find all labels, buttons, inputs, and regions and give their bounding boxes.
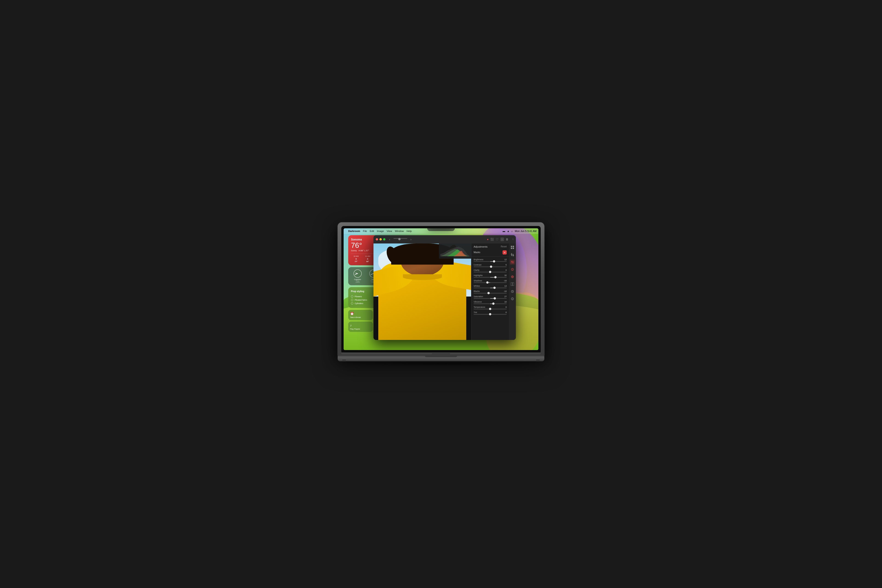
grid-icon bbox=[511, 246, 514, 249]
share-red-icon[interactable]: ⬛ bbox=[490, 238, 494, 241]
tint-label: Tint bbox=[474, 311, 477, 314]
menubar-file[interactable]: File bbox=[363, 230, 367, 232]
reminder-circle-icon bbox=[351, 299, 353, 301]
menubar-left: Darkroom File Edit Image View Window Hel… bbox=[345, 230, 412, 232]
macbook-lid: Darkroom File Edit Image View Window Hel… bbox=[338, 222, 544, 356]
shortcut-playlist-label: Play Playlist bbox=[350, 328, 371, 330]
blacks-slider[interactable] bbox=[474, 293, 507, 294]
macbook-feet bbox=[342, 360, 540, 360]
svg-rect-7 bbox=[513, 248, 514, 249]
whites-slider-row: Whites 13 bbox=[471, 284, 509, 289]
temperature-value: 0 bbox=[506, 306, 507, 308]
filter-icon bbox=[511, 268, 514, 271]
crop-icon bbox=[511, 253, 514, 256]
search-icon[interactable]: ⌕ bbox=[511, 230, 513, 232]
darkroom-app-window[interactable]: ‹ › ● ⬛ ♡ ·· bbox=[374, 235, 516, 340]
upload-icon[interactable]: ↑ bbox=[512, 238, 514, 241]
masks-add-button[interactable]: + bbox=[502, 250, 507, 255]
whites-slider[interactable] bbox=[474, 288, 507, 288]
contrast-value: 5 bbox=[506, 264, 507, 266]
adjustments-header: Adjustments Reset bbox=[471, 245, 509, 249]
shortcut-music-icon: ♪ bbox=[350, 323, 371, 327]
nav-forward-arrow[interactable]: › bbox=[411, 237, 412, 241]
menubar-help[interactable]: Help bbox=[406, 230, 412, 232]
saturation-value: 27 bbox=[504, 296, 507, 298]
menubar-app-name[interactable]: Darkroom bbox=[348, 230, 360, 232]
sliders-icon bbox=[511, 261, 514, 264]
side-icon-adjustments[interactable] bbox=[510, 260, 515, 265]
vibrance-thumb[interactable] bbox=[492, 303, 495, 305]
temperature-slider[interactable] bbox=[474, 309, 507, 309]
svg-rect-10 bbox=[513, 254, 514, 256]
brightness-slider[interactable] bbox=[474, 261, 507, 262]
histogram-chart bbox=[440, 245, 470, 256]
side-icon-crop[interactable] bbox=[510, 252, 515, 257]
window-content-area: Adjustments Reset Masks + bbox=[374, 243, 516, 340]
side-icon-history[interactable] bbox=[510, 289, 515, 294]
wifi-icon: ▲ bbox=[507, 230, 510, 232]
menubar-right: ▬ ▲ ⌕ Mon Jun 5 9:41 AM bbox=[502, 230, 537, 232]
masks-section: Masks + bbox=[471, 249, 509, 256]
window-title-bar: ‹ › ● ⬛ ♡ ·· bbox=[374, 235, 516, 243]
whites-value: 13 bbox=[504, 285, 507, 287]
vibrance-slider[interactable] bbox=[474, 303, 507, 304]
saturation-slider[interactable] bbox=[474, 298, 507, 299]
brightness-slider-row: Brightness 12 bbox=[471, 258, 509, 263]
clock-offset-label: +0HRS bbox=[356, 282, 360, 283]
side-icon-filter[interactable] bbox=[510, 267, 515, 272]
shadows-slider[interactable] bbox=[474, 282, 507, 283]
side-icon-grid[interactable] bbox=[510, 245, 515, 250]
temperature-thumb[interactable] bbox=[489, 308, 491, 310]
contrast-slider[interactable] bbox=[474, 266, 507, 267]
highlights-thumb[interactable] bbox=[494, 276, 496, 278]
reminders-title: Prop styling bbox=[351, 290, 364, 292]
shadows-thumb[interactable] bbox=[486, 281, 489, 284]
shadows-value: -16 bbox=[504, 279, 507, 282]
contrast-thumb[interactable] bbox=[490, 266, 492, 268]
shortcut-playlist[interactable]: ♪ Play Playlist bbox=[348, 322, 373, 332]
heart-icon[interactable]: ♡ bbox=[496, 237, 499, 241]
clarity-thumb[interactable] bbox=[489, 271, 491, 273]
healing-icon bbox=[511, 275, 514, 278]
side-icon-info[interactable] bbox=[510, 296, 515, 302]
brightness-thumb[interactable] bbox=[493, 260, 495, 262]
whites-thumb[interactable] bbox=[494, 286, 496, 289]
brightness-label: Brightness bbox=[474, 258, 483, 261]
vibrance-slider-row: Vibrance 10 bbox=[471, 300, 509, 305]
saturation-thumb[interactable] bbox=[494, 297, 496, 300]
vibrance-label: Vibrance bbox=[474, 301, 482, 303]
menubar-edit[interactable]: Edit bbox=[370, 230, 374, 232]
tint-thumb[interactable] bbox=[489, 313, 491, 315]
menubar-image[interactable]: Image bbox=[377, 230, 384, 232]
window-actions: ● ⬛ ♡ ·· 🗑 ↑ bbox=[487, 237, 514, 241]
base-notch bbox=[425, 356, 457, 357]
tag-icon[interactable]: ·· bbox=[501, 237, 504, 241]
saturation-slider-row: Saturation 27 bbox=[471, 295, 509, 300]
close-button[interactable] bbox=[376, 238, 378, 240]
adjustments-reset-button[interactable]: Reset bbox=[501, 245, 507, 248]
side-icon-healing[interactable] bbox=[510, 274, 515, 279]
menubar-window[interactable]: Window bbox=[395, 230, 404, 232]
blacks-thumb[interactable] bbox=[488, 292, 490, 294]
minimize-button[interactable] bbox=[380, 238, 382, 240]
clarity-slider[interactable] bbox=[474, 272, 507, 272]
clarity-value: 0 bbox=[506, 269, 507, 271]
reminder-circle-icon bbox=[351, 302, 353, 304]
histogram-panel bbox=[439, 243, 471, 259]
maximize-button[interactable] bbox=[383, 238, 386, 240]
trash-icon[interactable]: 🗑 bbox=[506, 238, 508, 241]
brightness-value: 12 bbox=[504, 258, 507, 261]
menubar-view[interactable]: View bbox=[387, 230, 392, 232]
highlights-slider-row: Highlights 32 bbox=[471, 274, 509, 279]
shortcut-take-a-break[interactable]: ⏰ Take A Break bbox=[348, 310, 373, 320]
analog-clock-cupertino bbox=[354, 269, 362, 278]
side-icon-compare[interactable] bbox=[510, 282, 515, 286]
nav-slider-thumb[interactable] bbox=[398, 238, 400, 240]
history-icon bbox=[511, 290, 514, 293]
highlights-slider[interactable] bbox=[474, 277, 507, 278]
shortcut-break-label: Take A Break bbox=[350, 316, 371, 318]
tint-slider[interactable] bbox=[474, 314, 507, 315]
shadows-label: Shadows bbox=[474, 279, 482, 282]
nav-back-arrow[interactable]: ‹ bbox=[389, 237, 390, 241]
reminder-text-3: Cylinders bbox=[355, 302, 363, 304]
